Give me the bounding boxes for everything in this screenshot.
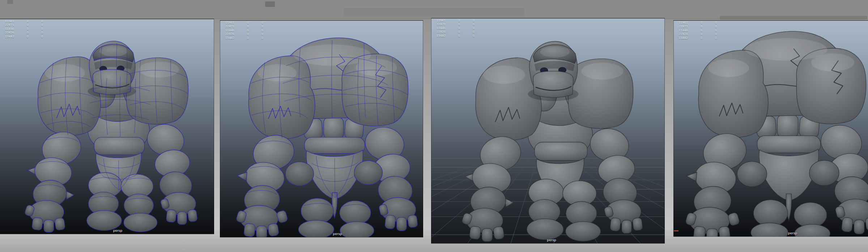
ghost-artifact bbox=[265, 1, 275, 7]
golem-model[interactable] bbox=[673, 20, 868, 237]
ghost-artifact bbox=[344, 8, 524, 16]
viewport-panel-front-shaded[interactable]: 11961002287100114460022826001348200 pers… bbox=[431, 18, 665, 244]
viewport-panel-back-shaded[interactable]: 11961002287100114460022826001348200 pers… bbox=[673, 20, 868, 237]
axis-x-indicator bbox=[674, 230, 678, 231]
ghost-artifact bbox=[720, 16, 867, 20]
ghost-artifact bbox=[7, 0, 13, 4]
camera-label: persp bbox=[113, 229, 122, 232]
poly-count-hud: 11961002287100114460022826001348200 bbox=[225, 21, 276, 40]
poly-count-hud: 11961002287100114460022826001348200 bbox=[437, 19, 487, 38]
camera-label: persp bbox=[788, 231, 797, 235]
viewport-panel-back-wireframe[interactable]: 11961002287100114460022826001348200 pers… bbox=[220, 20, 423, 238]
camera-label: persp bbox=[547, 238, 556, 242]
camera-label: persp bbox=[333, 232, 342, 236]
poly-count-hud: 11961002287100114460022826001348200 bbox=[679, 21, 729, 40]
application-window: 11961002287100114460022826001348200 pers… bbox=[0, 0, 868, 252]
viewport-panel-front-wireframe[interactable]: 11961002287100114460022826001348200 pers… bbox=[0, 19, 214, 234]
golem-model[interactable] bbox=[431, 18, 664, 243]
poly-count-hud: 11961002287100114460022826001348200 bbox=[5, 20, 56, 39]
golem-model[interactable] bbox=[0, 19, 214, 234]
golem-model[interactable] bbox=[220, 20, 423, 238]
